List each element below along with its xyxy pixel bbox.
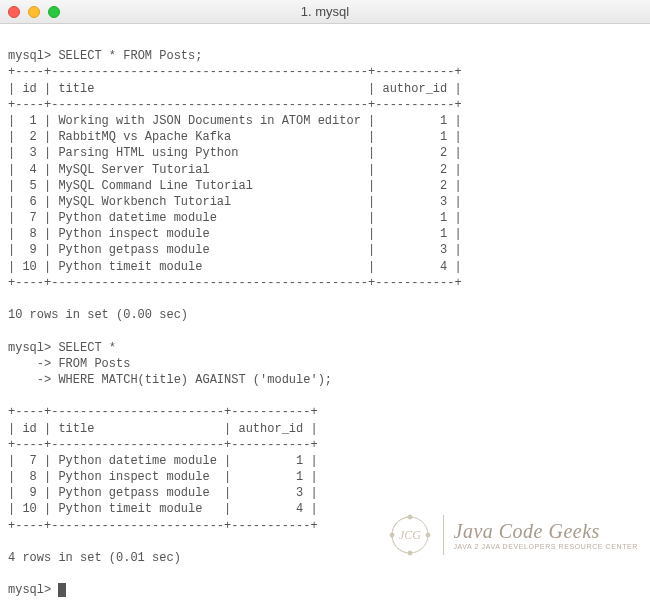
table2-line: +----+------------------------+---------… xyxy=(8,404,642,420)
table2: +----+------------------------+---------… xyxy=(8,404,642,534)
table1-line: | 1 | Working with JSON Documents in ATO… xyxy=(8,113,642,129)
table1-line: | 2 | RabbitMQ vs Apache Kafka | 1 | xyxy=(8,129,642,145)
query1-text: SELECT * FROM Posts; xyxy=(58,49,202,63)
close-icon[interactable] xyxy=(8,6,20,18)
table2-line: | 8 | Python inspect module | 1 | xyxy=(8,469,642,485)
traffic-lights xyxy=(8,6,60,18)
table2-line: | id | title | author_id | xyxy=(8,421,642,437)
table1-line: | 5 | MySQL Command Line Tutorial | 2 | xyxy=(8,178,642,194)
query1-line: mysql> SELECT * FROM Posts; xyxy=(8,49,202,63)
final-prompt: mysql> xyxy=(8,583,58,597)
minimize-icon[interactable] xyxy=(28,6,40,18)
query2-line: -> FROM Posts xyxy=(8,356,642,372)
table1-line: +----+----------------------------------… xyxy=(8,275,642,291)
table1-line: | 6 | MySQL Workbench Tutorial | 3 | xyxy=(8,194,642,210)
blank xyxy=(8,324,15,338)
window-title: 1. mysql xyxy=(0,3,650,21)
summary2: 4 rows in set (0.01 sec) xyxy=(8,551,181,565)
table1-line: | 7 | Python datetime module | 1 | xyxy=(8,210,642,226)
final-prompt-line: mysql> xyxy=(8,583,66,597)
cursor-icon xyxy=(58,583,66,597)
query2-line: -> WHERE MATCH(title) AGAINST ('module')… xyxy=(8,372,642,388)
table2-line: | 10 | Python timeit module | 4 | xyxy=(8,501,642,517)
table1-line: | 8 | Python inspect module | 1 | xyxy=(8,226,642,242)
table1-line: | 4 | MySQL Server Tutorial | 2 | xyxy=(8,162,642,178)
terminal-output[interactable]: mysql> SELECT * FROM Posts; +----+------… xyxy=(0,24,650,607)
table1-line: +----+----------------------------------… xyxy=(8,64,642,80)
table2-line: +----+------------------------+---------… xyxy=(8,518,642,534)
prompt: mysql> xyxy=(8,49,58,63)
table1-line: +----+----------------------------------… xyxy=(8,97,642,113)
window-titlebar: 1. mysql xyxy=(0,0,650,24)
table2-line: | 9 | Python getpass module | 3 | xyxy=(8,485,642,501)
summary1: 10 rows in set (0.00 sec) xyxy=(8,308,188,322)
table1: +----+----------------------------------… xyxy=(8,64,642,291)
query2: mysql> SELECT * -> FROM Posts -> WHERE M… xyxy=(8,340,642,389)
table1-line: | 10 | Python timeit module | 4 | xyxy=(8,259,642,275)
table1-line: | 9 | Python getpass module | 3 | xyxy=(8,242,642,258)
table2-line: +----+------------------------+---------… xyxy=(8,437,642,453)
blank2 xyxy=(8,567,15,581)
query2-line: mysql> SELECT * xyxy=(8,340,642,356)
zoom-icon[interactable] xyxy=(48,6,60,18)
table1-line: | id | title | author_id | xyxy=(8,81,642,97)
table2-line: | 7 | Python datetime module | 1 | xyxy=(8,453,642,469)
table1-line: | 3 | Parsing HTML using Python | 2 | xyxy=(8,145,642,161)
